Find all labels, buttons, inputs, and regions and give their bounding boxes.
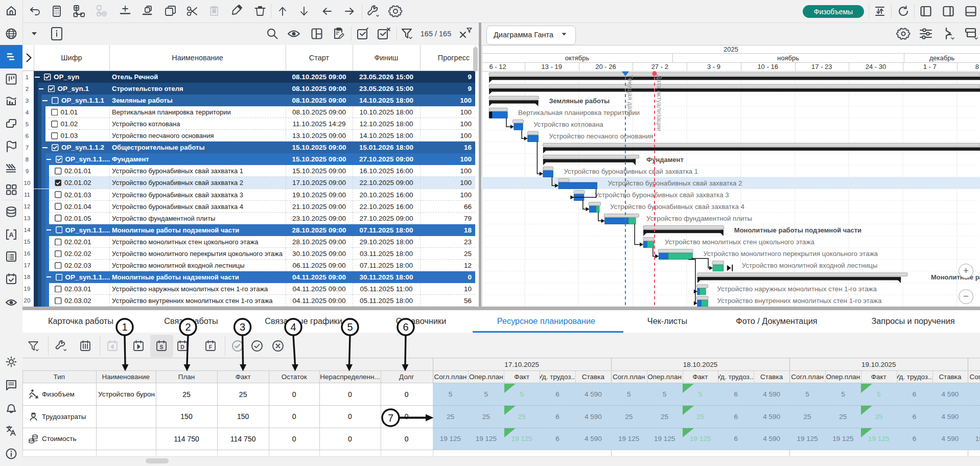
svg-text:6: 6 (403, 321, 408, 333)
svg-text:5: 5 (347, 321, 353, 333)
svg-text:2: 2 (185, 321, 191, 333)
svg-text:7: 7 (388, 412, 393, 424)
svg-text:3: 3 (240, 321, 245, 333)
svg-text:4: 4 (290, 321, 296, 333)
svg-text:1: 1 (122, 321, 127, 333)
